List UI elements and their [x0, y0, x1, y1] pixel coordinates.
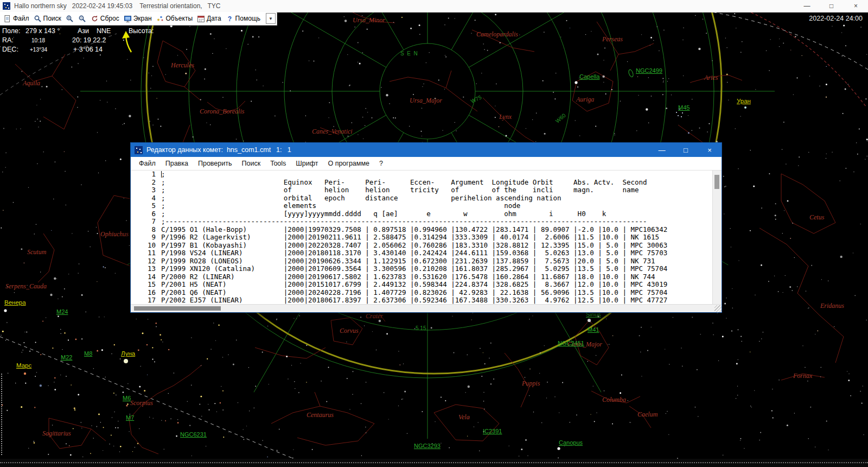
editor-menu-item-0[interactable]: Фай​л	[134, 160, 161, 167]
map-label-canopus[interactable]: Canopus	[559, 439, 583, 446]
toolbar-screen-button[interactable]: Экран	[124, 15, 152, 23]
map-label-m41[interactable]: M41	[588, 326, 599, 333]
map-label-sagittarius: Sagittarius	[42, 430, 71, 438]
file-icon	[3, 15, 11, 23]
toolbar-zoom-in-button[interactable]	[66, 15, 74, 23]
map-label-lynx: Lynx	[499, 113, 512, 121]
toolbar-zoom-out-button[interactable]	[78, 15, 86, 23]
map-label-scutum: Scutum	[27, 248, 46, 256]
map-label-centaurus: Centaurus	[307, 411, 334, 419]
editor-line: 1;	[131, 171, 712, 179]
map-label-m45[interactable]: M45	[678, 104, 690, 111]
editor-line: 17P/2002 EJ57 (LINEAR) |2000|20180617.83…	[131, 296, 712, 304]
toolbar-dropdown[interactable]: ▼	[266, 13, 276, 24]
map-label-ngc6231[interactable]: NGC6231	[180, 431, 207, 438]
editor-menu-item-3[interactable]: Поиск	[237, 160, 265, 167]
map-horizontal-scrollbar[interactable]	[0, 459, 868, 467]
editor-line: 10P/1997 B1 (Kobayashi) |2000|20220328.7…	[131, 242, 712, 250]
ra-value: 20: 19 22.2	[72, 36, 106, 44]
azimuth-label: Ази	[78, 27, 89, 35]
toolbar-objects-button[interactable]: Объекты	[156, 15, 193, 23]
toolbar-reset-button[interactable]: Сброс	[91, 15, 119, 23]
editor-line-text[interactable]: ; elements node	[161, 202, 520, 210]
editor-line: 12P/1999 RO28 (LONEOS) |2000|20190626.33…	[131, 257, 712, 266]
map-label-m6[interactable]: M6	[123, 395, 131, 401]
editor-titlebar[interactable]: Редактор данных комет: hns_com1.cmt 1: 1…	[131, 143, 722, 157]
editor-vertical-scrollbar[interactable]	[712, 171, 722, 304]
editor-line: 3; of helion helion tricity of of the in…	[131, 186, 712, 194]
map-label-columba: Columba	[602, 396, 626, 404]
editor-line-text[interactable]: ; [yyyy]yyyymmdd.dddd q [ae] e w ohm i H…	[161, 210, 606, 218]
editor-menu-item-4[interactable]: Tools	[265, 160, 291, 167]
editor-line-text[interactable]: P/2001 Q6 (NEAT) |2000|20240228.7196 | 1…	[161, 289, 667, 297]
vertical-scroll-thumb[interactable]	[714, 175, 719, 189]
close-button[interactable]: ×	[844, 0, 868, 12]
map-label-m22[interactable]: M22	[61, 354, 72, 361]
editor-line-text[interactable]: ; Equinox Peri- Peri- Eccen- Argument Lo…	[161, 179, 647, 187]
map-label-capella[interactable]: Capella	[579, 73, 599, 80]
map-label-hercules: Hercules	[171, 61, 194, 70]
map-label-corona-borealis: Corona_Borealis	[200, 108, 244, 116]
map-label-ursa-minor: Ursa_Minor	[353, 16, 385, 24]
editor-line-text[interactable]: P/1999 XN120 (Catalina) |2000|20170609.3…	[161, 265, 667, 273]
map-label-m8[interactable]: M8	[84, 350, 92, 357]
editor-horizontal-scrollbar[interactable]	[131, 304, 722, 312]
map-label-уран[interactable]: Уран	[737, 98, 751, 104]
horizontal-scroll-thumb[interactable]	[134, 306, 221, 311]
editor-minimize-button[interactable]: —	[650, 143, 674, 157]
map-label-ngc2451[interactable]: NGC2451	[558, 340, 584, 346]
editor-line-text[interactable]: P/1996 R2 (Lagerkvist) |2000|20190211.96…	[161, 234, 659, 242]
line-number: 9	[131, 234, 161, 242]
app-icon	[3, 2, 10, 10]
editor-menu-item-5[interactable]: Шрифт	[291, 160, 323, 167]
editor-menu-item-7[interactable]: ?	[374, 160, 388, 167]
map-label-марс[interactable]: Марс	[16, 362, 31, 369]
maximize-button[interactable]: □	[819, 0, 844, 12]
map-label-ursa-major: Ursa_Major	[410, 97, 442, 105]
line-number: 10	[131, 242, 161, 250]
line-number: 15	[131, 281, 161, 289]
map-label-perseus: Perseus	[602, 35, 623, 43]
map-label-ic2391[interactable]: IC2391	[483, 428, 502, 434]
map-label-венера[interactable]: Венера	[4, 299, 26, 306]
editor-line-text[interactable]: P/2002 EJ57 (LINEAR) |2000|20180617.8397…	[161, 296, 667, 304]
editor-line-text[interactable]: P/2001 H5 (NEAT) |2000|20151017.6799 | 2…	[161, 281, 667, 289]
toolbar-help-button[interactable]: ?Помощь	[226, 15, 260, 23]
main-toolbar: ФайлПоискСбросЭкранОбъектыДата?Помощь ▼	[0, 12, 277, 26]
zoom-in-icon	[66, 15, 74, 23]
map-label-луна[interactable]: Луна	[121, 350, 135, 357]
editor-line-text[interactable]: P/1998 VS24 (LINEAR) |2000|20180118.3170…	[161, 249, 667, 257]
map-datetime: 2022-02-24 24:00	[809, 15, 863, 22]
editor-line-text[interactable]: P/1999 RO28 (LONEOS) |2000|20190626.3344…	[161, 257, 655, 266]
editor-line-text[interactable]: ; of helion helion tricity of of the inc…	[161, 186, 639, 194]
map-vertical-scrollbar[interactable]	[1, 374, 2, 455]
editor-menu-item-1[interactable]: Правка	[161, 160, 193, 167]
editor-maximize-button[interactable]: □	[674, 143, 698, 157]
minimize-button[interactable]: —	[795, 0, 819, 12]
map-label-m7[interactable]: M7	[126, 414, 134, 421]
map-label-ngc3293[interactable]: NGC3293	[414, 443, 441, 449]
toolbar-file-button[interactable]: Файл	[3, 15, 29, 23]
toolbar-search-button[interactable]: Поиск	[34, 15, 61, 23]
editor-menu-item-6[interactable]: О программе	[323, 160, 374, 167]
line-number: 6	[131, 210, 161, 218]
editor-line-text[interactable]: P/2000 R2 (LINEAR) |2000|20190617.5802 |…	[161, 273, 655, 281]
main-window-title: Hallo northern sky 2022-02-24 19:45:03 T…	[14, 2, 220, 10]
resize-grip[interactable]	[714, 305, 722, 312]
editor-line-text[interactable]: P/1997 B1 (Kobayashi) |2000|20220328.740…	[161, 242, 667, 250]
editor-menu-item-2[interactable]: Проверить	[193, 160, 237, 167]
editor-line-text[interactable]: C/1995 O1 (Hale-Bopp) |2000|19970329.750…	[161, 226, 667, 234]
editor-close-button[interactable]: ×	[698, 143, 722, 157]
editor-line-text[interactable]: ;---------------------------------------…	[161, 218, 647, 226]
editor-text-area[interactable]: 1;2; Equinox Peri- Peri- Eccen- Argument…	[131, 171, 712, 304]
map-label-ngc2499[interactable]: NGC2499	[636, 67, 662, 74]
editor-line: 14P/2000 R2 (LINEAR) |2000|20190617.5802…	[131, 273, 712, 281]
map-label-m24[interactable]: M24	[56, 308, 68, 315]
editor-line-text[interactable]: ;	[161, 171, 165, 179]
toolbar-date-button[interactable]: Дата	[197, 15, 221, 23]
editor-line-text[interactable]: ; orbital epoch distance perihelion asce…	[161, 194, 561, 203]
map-label-aries: Aries	[704, 74, 718, 82]
zoom-out-icon	[78, 15, 86, 23]
altitude-arrow-icon	[120, 29, 135, 54]
caret-position-indicator: 1: 1	[276, 146, 291, 154]
